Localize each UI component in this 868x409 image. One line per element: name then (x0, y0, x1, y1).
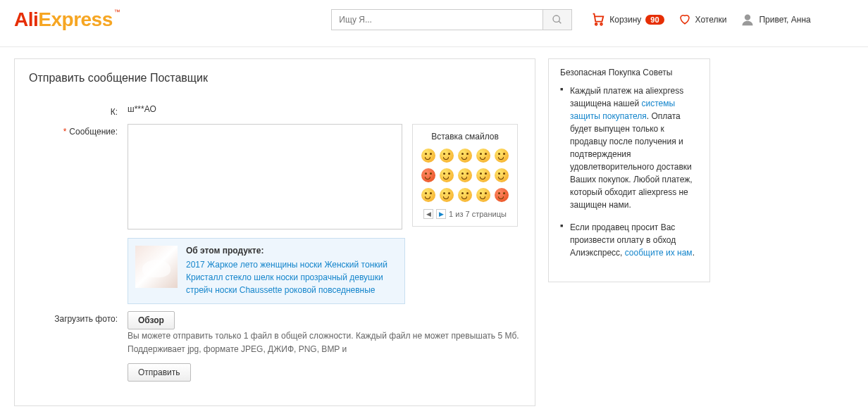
greeting-label: Привет, Анна (759, 15, 810, 25)
svg-line-1 (559, 21, 561, 23)
smiley-icon[interactable] (458, 188, 472, 202)
header: AliExpress™ Корзину 90 Хотелки Привет, А… (0, 0, 868, 47)
message-form-panel: Отправить сообщение Поставщик К: ш***АО … (14, 58, 535, 406)
message-row: *Сообщение: Вставка смайлов (29, 124, 521, 304)
heart-icon (678, 13, 691, 27)
svg-point-3 (600, 23, 602, 25)
product-reference-box: Об этом продукте: 2017 Жаркое лето женщи… (128, 238, 405, 304)
tip-item: Каждый платеж на aliexpress защищена наш… (560, 84, 698, 211)
smiley-icon[interactable] (458, 149, 472, 163)
account-link[interactable]: Привет, Анна (740, 13, 810, 27)
smiley-icon[interactable] (476, 188, 490, 202)
pager-text: 1 из 7 страницы (449, 210, 507, 218)
main: Отправить сообщение Поставщик К: ш***АО … (0, 47, 868, 409)
smiley-icon[interactable] (495, 149, 509, 163)
search-bar (331, 9, 572, 30)
tip-item: Если продавец просит Вас произвести опла… (560, 221, 698, 259)
svg-point-2 (595, 23, 597, 25)
upload-hint-formats: Поддерживает jpg, формате JPEG, ДЖИФ, PN… (128, 343, 521, 356)
logo[interactable]: AliExpress™ (14, 8, 120, 31)
logo-tm: ™ (114, 8, 120, 15)
upload-label: Загрузить фото: (29, 311, 128, 382)
upload-hint: Вы можете отправить только 1 файл в обще… (128, 329, 521, 343)
smiley-icon[interactable] (495, 168, 509, 182)
svg-point-4 (745, 15, 750, 20)
logo-part1: Ali (14, 8, 38, 30)
smiley-pager: ◀ ▶ 1 из 7 страницы (421, 209, 509, 219)
cart-link[interactable]: Корзину 90 (590, 11, 664, 29)
tips-list: Каждый платеж на aliexpress защищена наш… (560, 84, 698, 259)
page-title: Отправить сообщение Поставщик (29, 72, 521, 84)
browse-button[interactable]: Обзор (128, 311, 175, 329)
avatar-icon (740, 13, 755, 27)
to-label: К: (29, 104, 128, 117)
cart-label: Корзину (609, 15, 641, 25)
header-right: Корзину 90 Хотелки Привет, Анна (590, 11, 810, 29)
logo-part2: Express (38, 8, 112, 30)
pager-next-button[interactable]: ▶ (436, 209, 446, 219)
product-box-title: Об этом продукте: (186, 246, 397, 256)
upload-row: Загрузить фото: Обзор Вы можете отправит… (29, 311, 521, 382)
wishlist-label: Хотелки (695, 15, 727, 25)
pager-prev-button[interactable]: ◀ (423, 209, 433, 219)
smiley-icon[interactable] (458, 168, 472, 182)
smiley-icon[interactable] (421, 168, 435, 182)
tips-title: Безопасная Покупка Советы (560, 68, 698, 77)
cart-count-badge: 90 (645, 15, 664, 25)
to-row: К: ш***АО (29, 104, 521, 117)
smiley-icon[interactable] (440, 168, 454, 182)
report-link[interactable]: сообщите их нам (625, 248, 693, 258)
product-thumbnail[interactable] (135, 246, 178, 288)
send-button[interactable]: Отправить (128, 363, 191, 382)
smiley-icon[interactable] (421, 149, 435, 163)
smiley-icon[interactable] (476, 168, 490, 182)
search-button[interactable] (542, 9, 572, 30)
smiley-icon[interactable] (495, 188, 509, 202)
smiley-icon[interactable] (476, 149, 490, 163)
smiley-icon[interactable] (440, 149, 454, 163)
svg-point-0 (553, 15, 559, 22)
search-icon (552, 14, 563, 25)
message-textarea[interactable] (128, 124, 402, 229)
smiley-title: Вставка смайлов (421, 132, 509, 141)
cart-icon (590, 11, 605, 29)
tips-panel: Безопасная Покупка Советы Каждый платеж … (548, 58, 710, 282)
product-link[interactable]: 2017 Жаркое лето женщины носки Женский т… (186, 260, 388, 295)
to-value: ш***АО (128, 104, 521, 117)
wishlist-link[interactable]: Хотелки (678, 13, 727, 27)
message-label: *Сообщение: (29, 124, 128, 304)
smiley-icon[interactable] (440, 188, 454, 202)
smiley-grid (421, 149, 509, 202)
smiley-icon[interactable] (421, 188, 435, 202)
smiley-panel: Вставка смайлов (412, 124, 518, 227)
search-input[interactable] (331, 9, 542, 30)
